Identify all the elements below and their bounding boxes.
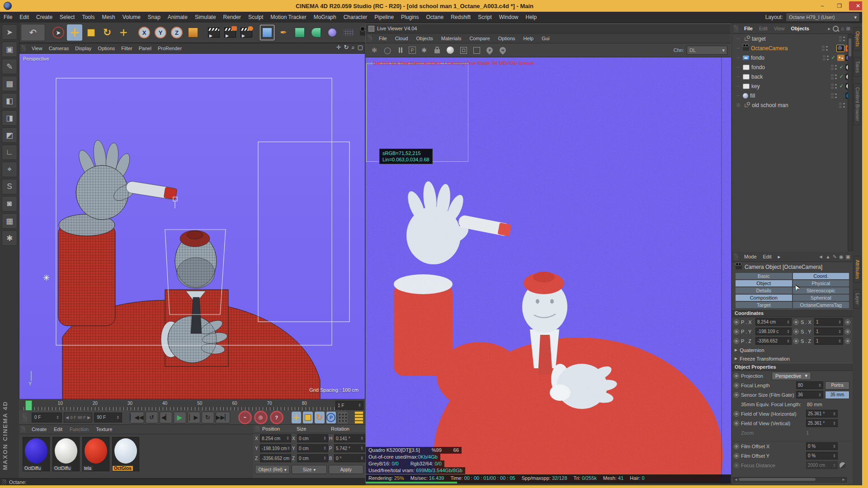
scale-tool-button[interactable] bbox=[83, 24, 99, 41]
visibility-dots-icon[interactable] bbox=[839, 102, 845, 108]
size-field[interactable]: 0 cm⇕ bbox=[297, 444, 328, 452]
render-region-box[interactable] bbox=[366, 63, 468, 162]
focal-preset-button[interactable]: Portra bbox=[825, 381, 849, 389]
attribute-tab[interactable]: Object bbox=[736, 280, 792, 286]
minimize-button[interactable]: – bbox=[815, 1, 830, 10]
menu-item[interactable]: Window bbox=[495, 14, 522, 20]
keyframe-dot-icon[interactable] bbox=[793, 329, 799, 334]
lock-icon[interactable]: ◉ bbox=[839, 254, 844, 260]
menu-item[interactable]: Pipeline bbox=[371, 14, 397, 20]
material-swatch[interactable]: OctDiffu bbox=[23, 437, 50, 471]
menu-item[interactable]: Animate bbox=[164, 14, 191, 20]
panel-grip[interactable] bbox=[21, 426, 25, 432]
pause-render-icon[interactable] bbox=[396, 45, 406, 55]
panel-grip[interactable] bbox=[23, 413, 27, 422]
viewport-nav-icon[interactable]: ✛ bbox=[336, 44, 341, 51]
size-field[interactable]: 0 cm⇕ bbox=[297, 454, 328, 462]
material-name[interactable]: OctDiffu bbox=[53, 466, 72, 471]
key-scale-toggle[interactable] bbox=[303, 412, 313, 423]
menu-item[interactable]: Sculpt bbox=[245, 14, 267, 20]
palette-button[interactable]: ▩ bbox=[2, 76, 17, 91]
fov-horizontal-field[interactable]: 25.361 °⇕ bbox=[806, 410, 838, 418]
viewport-menu-item[interactable]: View bbox=[28, 46, 46, 51]
scroll-right-arrow[interactable]: ► bbox=[842, 478, 845, 482]
material-name[interactable]: OctGlos bbox=[113, 466, 133, 471]
key-rotation-toggle[interactable]: ↻ bbox=[315, 412, 325, 423]
size-field[interactable]: 0 cm⇕ bbox=[297, 434, 328, 442]
viewport-nav-icon[interactable]: ▢ bbox=[358, 44, 363, 51]
menu-item[interactable]: Select bbox=[56, 14, 78, 20]
material-swatch[interactable]: OctDiffu bbox=[52, 437, 80, 471]
material-swatch[interactable]: OctGlos bbox=[112, 437, 139, 471]
up-arrow-icon[interactable]: ▲ bbox=[826, 254, 830, 259]
menu-item[interactable]: MoGraph bbox=[310, 14, 340, 20]
menu-item[interactable]: Octane bbox=[422, 14, 447, 20]
spline-pen-button[interactable]: ✒ bbox=[276, 24, 291, 41]
live-viewer-menu-item[interactable]: Help bbox=[519, 36, 538, 41]
position-field[interactable]: -3356.652 cm⇕ bbox=[260, 454, 291, 462]
live-viewer-menu-item[interactable]: File bbox=[375, 36, 391, 41]
material-ball-icon[interactable] bbox=[445, 45, 455, 55]
position-field[interactable]: -198.109 c⇕ bbox=[755, 328, 792, 335]
menu-item[interactable]: Script bbox=[474, 14, 495, 20]
object-name[interactable]: old school man bbox=[752, 102, 838, 108]
position-field[interactable]: -3356.652⇕ bbox=[755, 337, 792, 345]
keyframe-dot-icon[interactable] bbox=[734, 463, 739, 468]
film-offset-y-field[interactable]: 0 %⇕ bbox=[806, 452, 838, 460]
attribute-tab[interactable]: Spherical bbox=[793, 295, 849, 301]
material-name[interactable]: tela bbox=[83, 466, 93, 471]
record-button[interactable]: ⌁ bbox=[238, 411, 252, 424]
playback-button[interactable]: ▏◀◀ bbox=[130, 412, 144, 423]
object-name[interactable]: fondo bbox=[751, 55, 822, 61]
palette-button[interactable]: ◨ bbox=[2, 110, 17, 126]
material-menu-item[interactable]: Create bbox=[28, 427, 50, 432]
menu-item[interactable]: Render bbox=[220, 14, 245, 20]
end-frame-field[interactable]: 90 F⇕ bbox=[94, 413, 122, 422]
dock-tab[interactable]: Objects bbox=[854, 27, 861, 51]
live-viewer-menu-item[interactable]: Gui bbox=[538, 36, 553, 41]
viewport-camera-label[interactable]: Perspective bbox=[23, 56, 49, 61]
viewport-menu-item[interactable]: Panel bbox=[136, 46, 155, 51]
expander-icon[interactable]: ─ bbox=[736, 36, 743, 41]
panel-grip[interactable] bbox=[368, 35, 372, 42]
expander-icon[interactable]: ─ bbox=[736, 46, 743, 51]
render-view-button[interactable] bbox=[206, 24, 222, 41]
menu-item[interactable]: Mesh bbox=[98, 14, 118, 20]
more-arrow-icon[interactable]: ▸ bbox=[775, 254, 784, 260]
keyframe-dot-icon[interactable] bbox=[734, 383, 739, 388]
render-region-icon[interactable] bbox=[458, 45, 468, 55]
viewport-menu-item[interactable]: Filter bbox=[118, 46, 135, 51]
frame-step-field[interactable]: 1 F⇕ bbox=[335, 401, 363, 410]
menu-item[interactable]: Character bbox=[340, 14, 371, 20]
size-mode-dropdown[interactable]: Size▾ bbox=[292, 465, 326, 474]
menu-item[interactable]: Tools bbox=[78, 14, 98, 20]
visibility-dots-icon[interactable] bbox=[831, 93, 837, 99]
enabled-check[interactable]: ✓ bbox=[838, 83, 844, 89]
settings-gear-icon[interactable]: ✱ bbox=[419, 45, 429, 55]
start-frame-field[interactable]: 0 F⇕ bbox=[32, 413, 62, 422]
sensor-preset-button[interactable]: 35 mm bbox=[825, 391, 849, 399]
scroll-left-arrow[interactable]: ◄ bbox=[734, 478, 738, 482]
visibility-dots-icon[interactable] bbox=[839, 36, 845, 42]
expander-icon[interactable]: ─ bbox=[736, 74, 743, 79]
palette-button[interactable]: ▦ bbox=[2, 213, 17, 229]
record-button[interactable]: ? bbox=[270, 411, 283, 424]
object-row[interactable]: ⊞ old school man bbox=[732, 100, 853, 110]
coordinates-section-header[interactable]: Coordinates bbox=[732, 309, 853, 317]
keyframe-dot-icon[interactable] bbox=[734, 338, 739, 344]
film-offset-x-field[interactable]: 0 %⇕ bbox=[806, 442, 838, 450]
material-swatch[interactable]: tela bbox=[82, 437, 109, 471]
playback-button[interactable]: ↺ bbox=[146, 412, 158, 423]
mode-menu[interactable]: Mode bbox=[741, 254, 760, 259]
keyframe-dot-icon[interactable] bbox=[845, 329, 850, 334]
object-name[interactable]: fondo bbox=[751, 64, 830, 70]
menu-item[interactable]: Edit bbox=[16, 14, 33, 20]
visibility-dots-icon[interactable] bbox=[831, 64, 837, 70]
material-menu-item[interactable]: Texture bbox=[92, 427, 116, 432]
viewport-nav-icon[interactable]: ↻ bbox=[344, 44, 349, 51]
object-manager-menu-item[interactable]: File bbox=[741, 26, 756, 31]
object-mode-dropdown[interactable]: Object (Rel)▾ bbox=[255, 465, 290, 474]
add-cube-button[interactable] bbox=[259, 24, 275, 41]
perspective-viewport[interactable]: ViewCamerasDisplayOptionsFilterPanelProR… bbox=[19, 43, 365, 399]
playback-button[interactable]: ◀▏ bbox=[160, 412, 172, 423]
